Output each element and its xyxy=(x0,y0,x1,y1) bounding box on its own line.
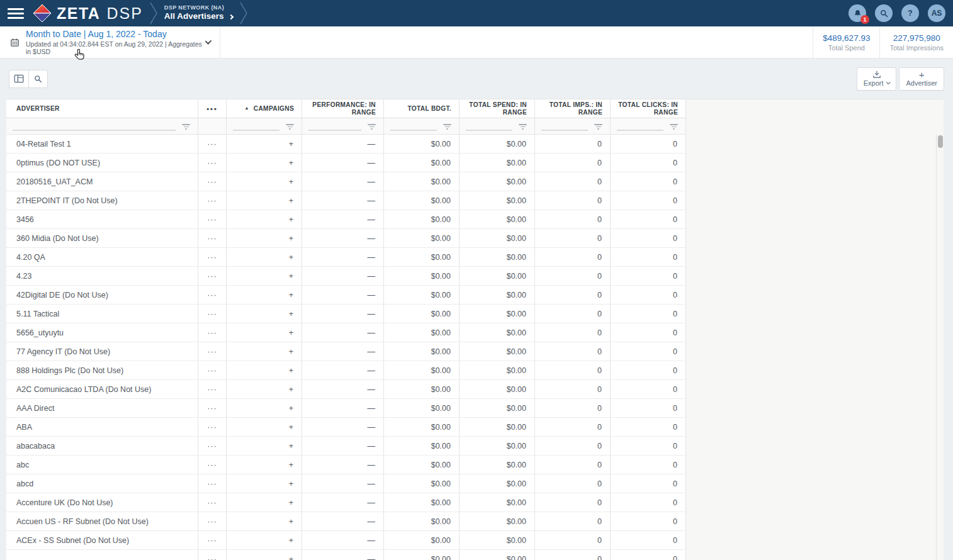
row-menu-button[interactable]: ··· xyxy=(198,267,227,285)
vertical-scrollbar[interactable] xyxy=(936,135,944,560)
row-menu-button[interactable]: ··· xyxy=(198,342,227,361)
help-button[interactable]: ? xyxy=(901,4,919,22)
cell-performance: — xyxy=(302,380,384,398)
hamburger-menu-icon[interactable] xyxy=(0,0,31,26)
row-menu-button[interactable]: ··· xyxy=(198,210,227,228)
filter-total-budget-input[interactable] xyxy=(390,122,437,131)
add-campaign-button[interactable]: + xyxy=(227,191,302,210)
add-campaign-button[interactable]: + xyxy=(227,342,302,361)
add-campaign-button[interactable]: + xyxy=(227,456,302,474)
cell-total-spend: $0.00 xyxy=(460,380,535,398)
breadcrumb-separator-icon xyxy=(149,2,158,25)
column-header-performance[interactable]: PERFORMANCE: IN RANGE xyxy=(302,99,384,118)
add-campaign-button[interactable]: + xyxy=(227,154,302,172)
filter-total-clicks-input[interactable] xyxy=(617,122,663,131)
add-campaign-button[interactable]: + xyxy=(227,550,302,560)
add-campaign-button[interactable]: + xyxy=(227,380,302,398)
column-header-total-budget[interactable]: TOTAL BDGT. xyxy=(384,99,460,118)
add-campaign-button[interactable]: + xyxy=(227,248,302,266)
cell-advertiser-name: ACEx - SS Subnet (Do Not Use) xyxy=(6,531,198,549)
filter-campaigns-input[interactable] xyxy=(233,122,279,131)
filter-funnel-icon[interactable] xyxy=(443,123,451,130)
cell-total-impressions: 0 xyxy=(535,248,611,266)
cell-total-impressions: 0 xyxy=(535,135,611,153)
export-button[interactable]: Export xyxy=(857,67,897,91)
add-campaign-button[interactable]: + xyxy=(227,437,302,455)
add-advertiser-button[interactable]: + Advertiser xyxy=(899,67,944,91)
row-menu-button[interactable]: ··· xyxy=(198,474,227,493)
filter-performance-input[interactable] xyxy=(308,122,361,131)
row-menu-button[interactable]: ··· xyxy=(198,135,227,153)
add-campaign-button[interactable]: + xyxy=(227,305,302,323)
add-campaign-button[interactable]: + xyxy=(227,361,302,379)
date-range-selector[interactable]: Month to Date | Aug 1, 2022 - Today Upda… xyxy=(0,26,220,58)
cell-total-spend: $0.00 xyxy=(460,305,535,323)
row-menu-button[interactable]: ··· xyxy=(198,418,227,436)
row-menu-button[interactable]: ··· xyxy=(198,512,227,530)
add-campaign-button[interactable]: + xyxy=(227,210,302,228)
filter-funnel-icon[interactable] xyxy=(519,123,527,130)
column-header-menu-icon[interactable]: ••• xyxy=(198,99,227,118)
row-menu-button[interactable]: ··· xyxy=(198,172,227,191)
row-menu-button[interactable]: ··· xyxy=(198,380,227,398)
add-campaign-button[interactable]: + xyxy=(227,493,302,512)
add-campaign-button[interactable]: + xyxy=(227,531,302,549)
row-menu-button[interactable]: ··· xyxy=(198,323,227,342)
add-campaign-button[interactable]: + xyxy=(227,418,302,436)
table-row: ABA···+—$0.00$0.0000 xyxy=(6,418,686,437)
cell-advertiser-name: 360 Midia (Do Not Use) xyxy=(6,229,198,247)
add-campaign-button[interactable]: + xyxy=(227,229,302,247)
cell-total-spend: $0.00 xyxy=(460,286,535,304)
filter-total-spend-input[interactable] xyxy=(466,122,512,131)
brand-logo[interactable]: ZETA DSP xyxy=(33,4,143,23)
filter-advertiser-input[interactable] xyxy=(13,122,176,131)
row-menu-button[interactable]: ··· xyxy=(198,248,227,266)
filter-funnel-icon[interactable] xyxy=(594,123,602,130)
add-campaign-button[interactable]: + xyxy=(227,399,302,417)
column-header-total-spend[interactable]: TOTAL SPEND: IN RANGE xyxy=(460,99,535,118)
filter-total-impressions-input[interactable] xyxy=(541,122,588,131)
cell-advertiser-name: 5.11 Tactical xyxy=(6,305,198,323)
add-campaign-button[interactable]: + xyxy=(227,172,302,191)
avatar[interactable]: AS xyxy=(928,4,945,22)
row-menu-button[interactable]: ··· xyxy=(198,550,227,560)
row-menu-button[interactable]: ··· xyxy=(198,305,227,323)
chevron-down-icon[interactable] xyxy=(205,38,211,45)
cell-total-spend: $0.00 xyxy=(460,172,535,191)
column-header-total-impressions[interactable]: TOTAL IMPS.: IN RANGE xyxy=(535,99,611,118)
row-menu-button[interactable]: ··· xyxy=(198,361,227,379)
cell-performance: — xyxy=(302,550,384,560)
row-menu-button[interactable]: ··· xyxy=(198,437,227,455)
add-campaign-button[interactable]: + xyxy=(227,512,302,530)
search-button[interactable] xyxy=(875,4,893,22)
add-campaign-button[interactable]: + xyxy=(227,135,302,153)
column-header-campaigns[interactable]: ▲ CAMPAIGNS xyxy=(227,99,302,118)
row-menu-button[interactable]: ··· xyxy=(198,286,227,304)
add-campaign-button[interactable]: + xyxy=(227,474,302,493)
filter-funnel-icon[interactable] xyxy=(182,123,190,130)
row-menu-button[interactable]: ··· xyxy=(198,154,227,172)
row-menu-button[interactable]: ··· xyxy=(198,191,227,210)
filter-funnel-icon[interactable] xyxy=(368,123,376,130)
column-header-total-clicks[interactable]: TOTAL CLICKS: IN RANGE xyxy=(611,99,686,118)
column-header-advertiser[interactable]: ADVERTISER xyxy=(6,99,198,118)
breadcrumb-all-advertisers[interactable]: All Advertisers xyxy=(164,11,224,22)
grid-search-button[interactable] xyxy=(28,70,48,88)
add-campaign-button[interactable]: + xyxy=(227,267,302,285)
scrollbar-thumb[interactable] xyxy=(938,135,943,148)
filter-funnel-icon[interactable] xyxy=(286,123,294,130)
row-menu-button[interactable]: ··· xyxy=(198,531,227,549)
row-menu-button[interactable]: ··· xyxy=(198,456,227,474)
add-campaign-button[interactable]: + xyxy=(227,323,302,342)
date-range-title[interactable]: Month to Date | Aug 1, 2022 - Today xyxy=(26,29,205,39)
column-settings-button[interactable] xyxy=(9,70,28,88)
filter-funnel-icon[interactable] xyxy=(670,123,678,130)
add-campaign-button[interactable]: + xyxy=(227,286,302,304)
notifications-button[interactable]: 1 xyxy=(849,4,866,22)
cell-total-spend: $0.00 xyxy=(460,342,535,361)
row-menu-button[interactable]: ··· xyxy=(198,493,227,512)
row-menu-button[interactable]: ··· xyxy=(198,229,227,247)
cell-total-budget: $0.00 xyxy=(384,531,460,549)
row-menu-button[interactable]: ··· xyxy=(198,399,227,417)
breadcrumb[interactable]: DSP NETWORK (NA) All Advertisers xyxy=(164,4,233,22)
